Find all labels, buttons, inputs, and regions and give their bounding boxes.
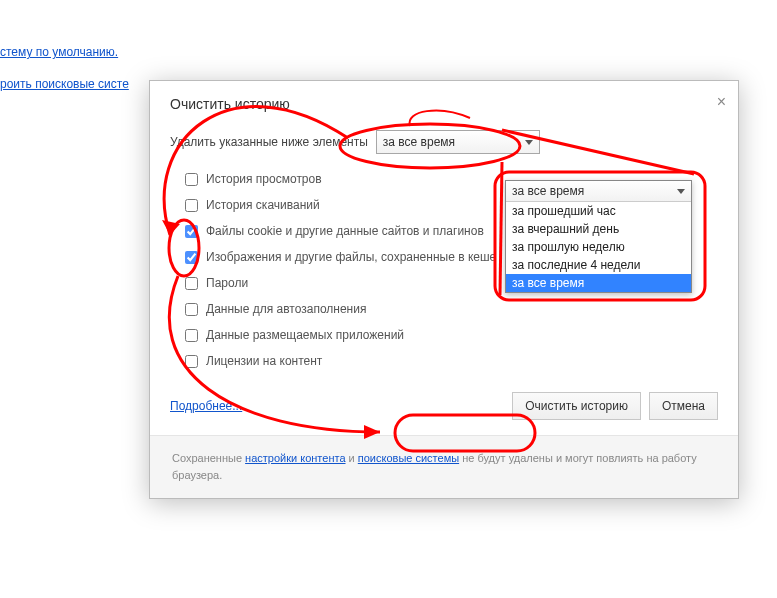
cancel-button[interactable]: Отмена: [649, 392, 718, 420]
bg-link-default-system[interactable]: стему по умолчанию.: [0, 40, 129, 64]
dropdown-header[interactable]: за все время: [506, 181, 691, 202]
dropdown-item[interactable]: за последние 4 недели: [506, 256, 691, 274]
dropdown-item[interactable]: за все время: [506, 274, 691, 292]
data-type-label: История скачиваний: [206, 198, 320, 212]
data-type-label: История просмотров: [206, 172, 322, 186]
footer-text-mid: и: [346, 452, 358, 464]
dropdown-item[interactable]: за прошлую неделю: [506, 238, 691, 256]
data-type-item: Данные для автозаполнения: [170, 296, 718, 322]
dropdown-list: за прошедший часза вчерашний деньза прош…: [506, 202, 691, 292]
action-row: Подробнее... Очистить историю Отмена: [170, 392, 718, 420]
data-type-checkbox[interactable]: [185, 277, 198, 290]
data-type-label: Пароли: [206, 276, 248, 290]
data-type-label: Данные размещаемых приложений: [206, 328, 404, 342]
footer-link-search-engines[interactable]: поисковые системы: [358, 452, 459, 464]
background-links: стему по умолчанию. роить поисковые сист…: [0, 40, 129, 104]
time-range-value: за все время: [383, 135, 455, 149]
chevron-down-icon: [525, 140, 533, 145]
data-type-checkbox[interactable]: [185, 199, 198, 212]
time-range-dropdown: за все время за прошедший часза вчерашни…: [505, 180, 692, 293]
data-type-checkbox[interactable]: [185, 355, 198, 368]
time-range-row: Удалить указанные ниже элементы за все в…: [170, 130, 718, 154]
time-range-select[interactable]: за все время: [376, 130, 540, 154]
dropdown-item[interactable]: за прошедший час: [506, 202, 691, 220]
footer-link-content-settings[interactable]: настройки контента: [245, 452, 345, 464]
close-icon[interactable]: ×: [717, 93, 726, 111]
clear-history-button[interactable]: Очистить историю: [512, 392, 641, 420]
data-type-item: Лицензии на контент: [170, 348, 718, 374]
data-type-checkbox[interactable]: [185, 303, 198, 316]
data-type-label: Лицензии на контент: [206, 354, 322, 368]
data-type-checkbox[interactable]: [185, 251, 198, 264]
footer-text-pre: Сохраненные: [172, 452, 245, 464]
data-type-checkbox[interactable]: [185, 225, 198, 238]
dropdown-header-value: за все время: [512, 184, 584, 198]
dialog-header: Очистить историю ×: [150, 81, 738, 122]
chevron-down-icon: [677, 189, 685, 194]
data-type-checkbox[interactable]: [185, 173, 198, 186]
data-type-label: Изображения и другие файлы, сохраненные …: [206, 250, 496, 264]
dropdown-item[interactable]: за вчерашний день: [506, 220, 691, 238]
data-type-label: Файлы cookie и другие данные сайтов и пл…: [206, 224, 484, 238]
data-type-item: Данные размещаемых приложений: [170, 322, 718, 348]
time-range-label: Удалить указанные ниже элементы: [170, 135, 368, 149]
dialog-title: Очистить историю: [170, 96, 290, 112]
bg-link-search-systems[interactable]: роить поисковые систе: [0, 72, 129, 96]
data-type-label: Данные для автозаполнения: [206, 302, 366, 316]
learn-more-link[interactable]: Подробнее...: [170, 399, 242, 413]
data-type-checkbox[interactable]: [185, 329, 198, 342]
dialog-footer: Сохраненные настройки контента и поисков…: [150, 435, 738, 498]
